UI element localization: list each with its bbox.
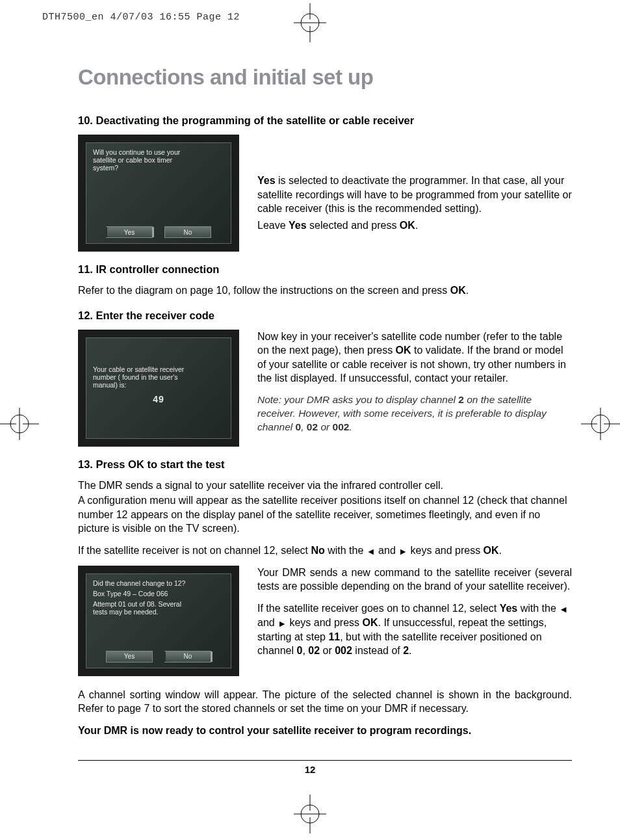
sec13-p3: If the satellite receiver is not on chan… <box>78 544 572 558</box>
cropmark-bottom <box>291 794 329 833</box>
right-arrow-icon: ► <box>398 545 407 558</box>
tv-code-value: 49 <box>86 394 231 404</box>
section-12-heading: 12. Enter the receiver code <box>78 309 572 322</box>
tv-no-button-2: No <box>164 651 211 663</box>
sec13-p6: A channel sorting window will appear. Th… <box>78 688 572 716</box>
sec13-p4: Your DMR sends a new command to the sate… <box>257 566 572 594</box>
sec13-p1: The DMR sends a signal to your satellite… <box>78 479 572 493</box>
screenshot-timer-prompt: Will you continue to use your satellite … <box>78 135 239 252</box>
page-number: 12 <box>0 764 620 775</box>
tv-yes-button: Yes <box>106 226 153 238</box>
screenshot-receiver-code: Your cable or satellite receiver number … <box>78 330 239 447</box>
sec10-para2: Leave Yes selected and press OK. <box>257 218 572 233</box>
section-13-heading: 13. Press OK to start the test <box>78 458 572 471</box>
tv-test-line3: Attempt 01 out of 08. Several tests may … <box>86 599 231 621</box>
sec11-para: Refer to the diagram on page 10, follow … <box>78 283 572 298</box>
right-arrow-icon-2: ► <box>278 618 287 630</box>
section-10-heading: 10. Deactivating the programming of the … <box>78 114 572 127</box>
page-title: Connections and initial set up <box>78 65 572 90</box>
tv-test-line1: Did the channel change to 12? <box>86 574 231 588</box>
tv-yes-button-2: Yes <box>106 651 153 663</box>
tv-code-label: Your cable or satellite receiver number … <box>86 365 231 394</box>
print-header: DTH7500_en 4/07/03 16:55 Page 12 <box>42 12 240 23</box>
tv-test-line2: Box Type 49 – Code 066 <box>86 588 231 599</box>
left-arrow-icon-2: ◄ <box>559 603 568 616</box>
sec12-para1: Now key in your receiver's satellite cod… <box>257 330 572 386</box>
cropmark-top <box>291 3 329 42</box>
footer-rule <box>78 760 572 761</box>
sec12-note: Note: your DMR asks you to display chann… <box>257 393 572 434</box>
sec13-p5: If the satellite receiver goes on to cha… <box>257 601 572 658</box>
tv-question-text: Will you continue to use your satellite … <box>86 143 231 177</box>
tv-no-button: No <box>164 226 211 238</box>
sec10-para1: Yes is selected to deactivate the progra… <box>257 174 572 216</box>
screenshot-channel-test: Did the channel change to 12? Box Type 4… <box>78 566 239 676</box>
sec13-p7: Your DMR is now ready to control your sa… <box>78 724 572 738</box>
left-arrow-icon: ◄ <box>367 545 376 558</box>
section-11-heading: 11. IR controller connection <box>78 263 572 276</box>
cropmark-right <box>581 404 620 443</box>
cropmark-left <box>0 404 39 443</box>
sec13-p2: A configuration menu will appear as the … <box>78 493 572 536</box>
